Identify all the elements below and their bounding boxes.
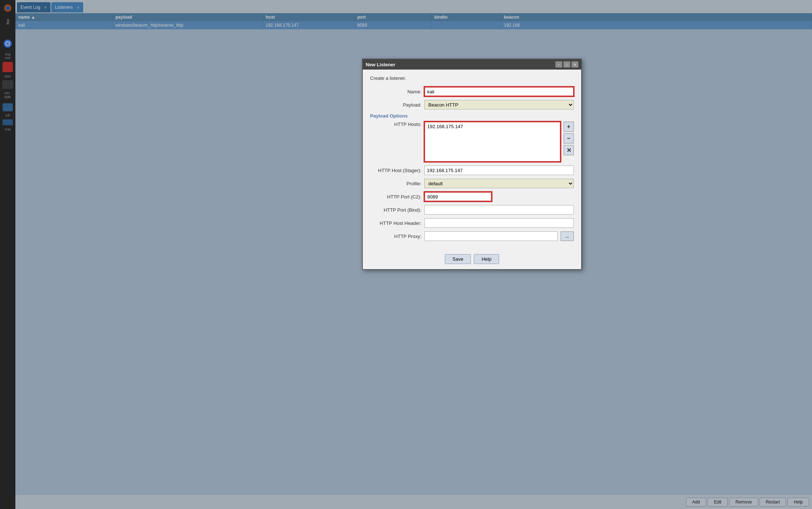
http-hosts-input[interactable]: 192.168.175.147: [424, 122, 561, 162]
modal-description: Create a listener.: [370, 75, 574, 81]
profile-row: Profile: default: [370, 179, 574, 188]
modal-body: Create a listener. Name: Payload: Beacon…: [363, 70, 581, 250]
http-port-c2-label: HTTP Port (C2):: [370, 194, 421, 200]
http-host-header-row: HTTP Host Header:: [370, 218, 574, 228]
http-proxy-input[interactable]: [424, 231, 558, 241]
http-hosts-row: HTTP Hosts: 192.168.175.147 + − ✕: [370, 122, 574, 162]
payload-row: Payload: Beacon HTTP Beacon HTTPS Beacon…: [370, 100, 574, 109]
http-port-c2-input[interactable]: [424, 192, 492, 201]
http-host-header-label: HTTP Host Header:: [370, 220, 421, 226]
http-port-bind-row: HTTP Port (Bind):: [370, 205, 574, 215]
http-hosts-add-button[interactable]: +: [564, 122, 574, 132]
payload-options-title: Payload Options: [370, 113, 574, 119]
http-port-bind-label: HTTP Port (Bind):: [370, 207, 421, 213]
http-host-header-input[interactable]: [424, 218, 574, 228]
modal-titlebar: New Listener − □ ✕: [363, 59, 581, 70]
http-hosts-label: HTTP Hosts:: [370, 122, 421, 127]
modal-minimize-button[interactable]: −: [556, 62, 562, 67]
modal-footer: Save Help: [363, 250, 581, 269]
http-port-bind-input[interactable]: [424, 205, 574, 215]
name-input[interactable]: [424, 87, 574, 96]
http-host-stager-row: HTTP Host (Stager):: [370, 166, 574, 175]
http-proxy-dots-button[interactable]: ...: [561, 231, 574, 241]
http-host-stager-label: HTTP Host (Stager):: [370, 168, 421, 173]
modal-maximize-button[interactable]: □: [564, 62, 570, 67]
http-hosts-remove-button[interactable]: −: [564, 133, 574, 144]
payload-label: Payload:: [370, 102, 421, 108]
profile-label: Profile:: [370, 181, 421, 186]
http-proxy-label: HTTP Proxy:: [370, 234, 421, 239]
modal-controls: − □ ✕: [556, 62, 578, 67]
name-row: Name:: [370, 87, 574, 96]
payload-select[interactable]: Beacon HTTP Beacon HTTPS Beacon DNS Fore…: [424, 100, 574, 109]
modal-save-button[interactable]: Save: [445, 254, 471, 264]
new-listener-dialog: New Listener − □ ✕ Create a listener. Na…: [362, 59, 582, 270]
modal-help-button[interactable]: Help: [474, 254, 499, 264]
modal-title: New Listener: [366, 62, 395, 67]
http-hosts-buttons: + − ✕: [564, 122, 574, 155]
modal-close-button[interactable]: ✕: [572, 62, 578, 67]
http-hosts-clear-button[interactable]: ✕: [564, 145, 574, 155]
name-label: Name:: [370, 89, 421, 94]
profile-select[interactable]: default: [424, 179, 574, 188]
http-host-stager-input[interactable]: [424, 166, 574, 175]
http-port-c2-row: HTTP Port (C2):: [370, 192, 574, 201]
http-proxy-row: HTTP Proxy: ...: [370, 231, 574, 241]
